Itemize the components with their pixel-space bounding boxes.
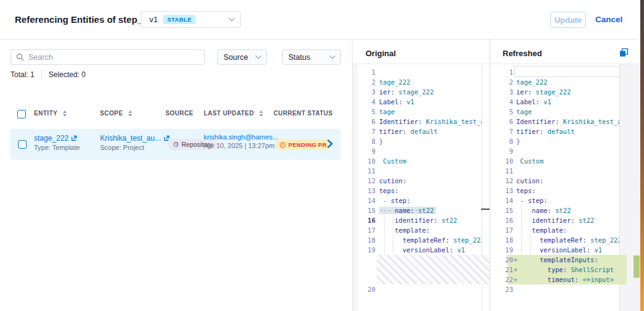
- scope-link[interactable]: Krishika_test_au...: [100, 134, 161, 143]
- code-line: }: [379, 136, 482, 146]
- line-number: 17: [357, 225, 375, 235]
- updated-by-link[interactable]: krishika.singh@harnes...: [204, 133, 278, 141]
- line-number: 15: [357, 205, 375, 215]
- code-line: ····name:·st22: [379, 205, 482, 215]
- code-line: [379, 67, 482, 77]
- code-line: cution:: [516, 176, 619, 186]
- code-line: teps:: [516, 186, 619, 196]
- entity-link[interactable]: stage_222: [34, 134, 69, 143]
- line-number: 16: [357, 215, 375, 225]
- line-number: 22+: [495, 275, 513, 284]
- code-line: cution:: [379, 176, 482, 186]
- status-badge: PENDING PR: [275, 139, 332, 150]
- column-header-last-updated[interactable]: LAST UPDATED: [204, 110, 263, 117]
- line-number: 4: [357, 97, 375, 107]
- line-number: 21+: [495, 265, 513, 275]
- row-chevron-icon[interactable]: [327, 139, 333, 149]
- sort-icon[interactable]: [128, 110, 132, 117]
- code-line: templateInputs:: [508, 255, 619, 265]
- page-title: Referencing Entities of step_222: [15, 14, 158, 25]
- code-line: Custom: [379, 156, 482, 166]
- sort-icon[interactable]: [259, 110, 263, 117]
- line-number: 20+: [495, 255, 513, 265]
- select-all-checkbox[interactable]: [17, 110, 26, 118]
- search-box[interactable]: [10, 49, 205, 65]
- version-label: v1: [149, 15, 158, 24]
- column-header-entity[interactable]: ENTITY: [34, 110, 67, 117]
- code-line: [516, 166, 619, 176]
- code-line: [379, 146, 482, 156]
- version-dropdown[interactable]: v1 STABLE: [141, 11, 241, 28]
- line-number: 5: [357, 107, 375, 117]
- code-line: tage: [379, 107, 482, 117]
- background-page-edge: [640, 0, 644, 311]
- line-number: 1: [357, 67, 375, 77]
- updated-at: Apr 10, 2025 | 13:27pm: [204, 142, 278, 149]
- repository-icon: [173, 141, 179, 147]
- line-number: 23: [495, 284, 513, 294]
- line-number: 17: [495, 225, 513, 235]
- cancel-button[interactable]: Cancel: [595, 12, 622, 28]
- line-number: 2: [357, 77, 375, 87]
- added-lines-extension: [619, 255, 627, 284]
- indent-guide: [530, 205, 530, 284]
- line-number: 5: [495, 107, 513, 117]
- line-number: 14: [495, 196, 513, 205]
- line-number: 19: [357, 245, 375, 255]
- chevron-down-icon: [229, 15, 235, 22]
- original-panel-title: Original: [366, 49, 396, 58]
- search-input[interactable]: [28, 53, 199, 62]
- copy-icon: [619, 48, 629, 57]
- line-number: 19: [495, 245, 513, 255]
- line-number: 18: [495, 235, 513, 245]
- code-line: identifier: st22: [379, 215, 482, 225]
- code-line: Label: v1: [516, 97, 619, 107]
- code-line: Identifier: Krishika_test_aut: [379, 117, 482, 126]
- diff-header-divider: [352, 64, 640, 64]
- code-line: template:: [516, 225, 619, 235]
- line-number: 13: [495, 186, 513, 196]
- code-line: templateRef: step_222: [379, 235, 482, 245]
- code-line: versionLabel: v1: [516, 245, 619, 255]
- code-line: tage: [516, 107, 619, 117]
- code-line: tage_222: [516, 77, 619, 87]
- added-lines-overview-marker: [634, 255, 640, 278]
- sort-icon[interactable]: [63, 110, 67, 117]
- code-line: teps:: [379, 186, 482, 196]
- line-number: 3: [357, 87, 375, 97]
- line-number: 8: [495, 136, 513, 146]
- code-line: - step:: [379, 196, 482, 205]
- chevron-down-icon: [256, 53, 262, 59]
- line-number: 10: [357, 156, 375, 166]
- line-number: 11: [495, 166, 513, 176]
- line-number: 12: [357, 176, 375, 186]
- code-line: Custom: [516, 156, 619, 166]
- diff-change-marker: [481, 209, 490, 210]
- code-line: templateRef: step_222: [516, 235, 619, 245]
- code-line: identifier: st22: [516, 215, 619, 225]
- line-number: 3: [495, 87, 513, 97]
- code-line: Label: v1: [379, 97, 482, 107]
- current-line-highlight: [514, 66, 620, 77]
- line-number: 7: [357, 126, 375, 136]
- line-number: 9: [357, 146, 375, 156]
- status-filter-dropdown[interactable]: Status: [282, 49, 341, 65]
- update-button[interactable]: Update: [550, 12, 586, 28]
- code-line: name: st22: [516, 205, 619, 215]
- table-row[interactable]: stage_222 Type: Template Krishika_test_a…: [10, 129, 341, 160]
- column-header-scope[interactable]: SCOPE: [100, 110, 132, 117]
- line-number: 6: [357, 117, 375, 126]
- code-line: [516, 146, 619, 156]
- line-number: 11: [357, 166, 375, 176]
- refreshed-code-editor[interactable]: 12tage_2223ier: stage_2224Label: v15tage…: [490, 67, 619, 311]
- code-line: }: [516, 136, 619, 146]
- source-filter-dropdown[interactable]: Source: [217, 49, 267, 65]
- code-line: ier: stage_222: [516, 87, 619, 97]
- code-line: tifier: default: [516, 126, 619, 136]
- code-line: - step:: [516, 196, 619, 205]
- entity-type: Type: Template: [34, 144, 80, 151]
- row-checkbox[interactable]: [18, 140, 27, 149]
- code-line: Identifier: Krishika_test_aut: [516, 117, 619, 126]
- code-line: [516, 284, 619, 294]
- copy-button[interactable]: [619, 48, 629, 58]
